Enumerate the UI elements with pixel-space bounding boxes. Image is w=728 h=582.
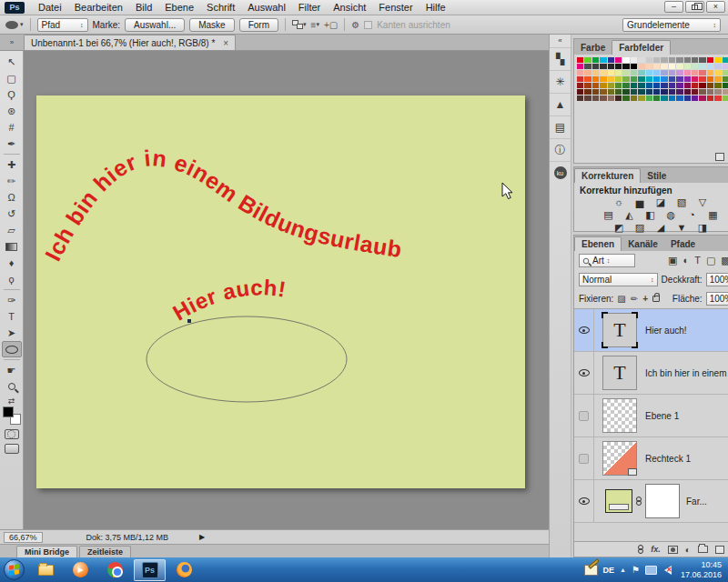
eyedropper-tool-icon[interactable]: ✒ <box>2 135 22 152</box>
taskbar-photoshop-button[interactable]: Ps <box>134 559 166 581</box>
color-swatch[interactable] <box>714 64 721 69</box>
language-indicator[interactable]: DE <box>603 566 615 575</box>
color-swatch[interactable] <box>615 70 622 75</box>
color-swatch[interactable] <box>622 64 629 69</box>
eraser-tool-icon[interactable]: ▱ <box>2 222 22 238</box>
color-swatch[interactable] <box>699 57 705 63</box>
color-swatch[interactable] <box>723 83 728 88</box>
menu-fenster[interactable]: Fenster <box>372 2 419 13</box>
layers-tab-kanäle[interactable]: Kanäle <box>622 237 664 251</box>
color-swatch[interactable] <box>692 83 698 88</box>
color-swatch[interactable] <box>661 57 667 63</box>
color-swatch[interactable] <box>577 83 583 88</box>
color-swatch[interactable] <box>600 76 606 82</box>
color-swatch[interactable] <box>592 89 599 95</box>
path-arrangement-icon[interactable]: +▢ <box>324 20 338 30</box>
color-swatch[interactable] <box>661 76 667 82</box>
pen-tool-icon[interactable]: ✑ <box>2 292 22 308</box>
vibrance-icon[interactable]: ▽ <box>695 196 710 208</box>
color-swatch[interactable] <box>638 89 644 95</box>
layer-row[interactable]: Rechteck 1 <box>574 437 728 480</box>
move-tool-icon[interactable]: ↖ <box>2 54 22 70</box>
color-swatch[interactable] <box>608 83 614 88</box>
color-swatch[interactable] <box>608 76 614 82</box>
color-swatch[interactable] <box>653 57 660 63</box>
opacity-field[interactable]: 100% ▾ <box>706 273 728 286</box>
visibility-well[interactable] <box>574 352 594 394</box>
color-swatch[interactable] <box>577 70 583 75</box>
blur-tool-icon[interactable]: ♦ <box>2 255 22 271</box>
color-swatch[interactable] <box>622 89 629 95</box>
color-swatch[interactable] <box>707 76 713 82</box>
color-swatch[interactable] <box>646 64 652 69</box>
filter-adjustment-layers-icon[interactable]: ◐ <box>683 256 690 266</box>
histogram-icon[interactable]: ▲ <box>550 93 571 115</box>
color-swatch[interactable] <box>684 83 691 88</box>
color-swatch[interactable] <box>638 83 644 88</box>
color-swatch[interactable] <box>669 57 675 63</box>
color-swatch[interactable] <box>684 76 691 82</box>
color-swatch[interactable] <box>631 57 637 63</box>
history-brush-tool-icon[interactable]: ↺ <box>2 206 22 222</box>
color-swatch[interactable] <box>638 76 644 82</box>
color-swatch[interactable] <box>684 95 691 101</box>
color-swatch[interactable] <box>653 76 660 82</box>
color-swatch[interactable] <box>622 70 629 75</box>
color-swatch[interactable] <box>676 76 682 82</box>
black-white-icon[interactable]: ◧ <box>642 209 657 221</box>
color-swatch[interactable] <box>646 70 652 75</box>
color-swatch[interactable] <box>714 83 721 88</box>
color-swatch[interactable] <box>646 89 652 95</box>
tool-presets-icon[interactable]: ▤ <box>550 115 571 138</box>
color-swatch[interactable] <box>631 70 637 75</box>
color-swatch[interactable] <box>669 95 675 101</box>
color-swatch[interactable] <box>592 64 599 69</box>
type-tool-icon[interactable]: T <box>2 308 22 325</box>
menu-datei[interactable]: Datei <box>32 2 68 13</box>
color-swatch[interactable] <box>699 76 705 82</box>
color-swatch[interactable] <box>707 57 713 63</box>
color-swatch[interactable] <box>692 76 698 82</box>
color-swatch[interactable] <box>600 95 606 101</box>
color-swatch[interactable] <box>669 89 675 95</box>
layers-tab-pfade[interactable]: Pfade <box>664 237 702 251</box>
layers-tab-ebenen[interactable]: Ebenen <box>574 236 622 251</box>
color-swatch[interactable] <box>707 89 713 95</box>
swap-colors-icon[interactable]: ⇄ <box>8 396 15 406</box>
levels-icon[interactable]: ▅ <box>632 196 647 208</box>
color-swatch[interactable] <box>692 64 698 69</box>
color-swatch[interactable] <box>622 76 629 82</box>
link-layers-icon[interactable] <box>638 545 643 554</box>
gear-icon[interactable]: ⚙ <box>351 20 359 30</box>
color-swatch[interactable] <box>723 64 728 69</box>
path-alignment-icon[interactable]: ≡▾ <box>311 20 319 30</box>
menu-ebene[interactable]: Ebene <box>158 2 200 13</box>
foreground-color-swatch[interactable] <box>3 406 14 417</box>
status-menu-icon[interactable]: ▶ <box>199 533 205 541</box>
color-swatch[interactable] <box>653 70 660 75</box>
layer-mask-thumbnail[interactable] <box>645 484 680 518</box>
color-swatch[interactable] <box>714 57 721 63</box>
color-swatch[interactable] <box>684 64 691 69</box>
color-swatch[interactable] <box>622 83 629 88</box>
color-swatch[interactable] <box>661 64 667 69</box>
tab-close-icon[interactable]: × <box>223 38 228 48</box>
gradient-tool-icon[interactable] <box>2 238 22 255</box>
document-canvas[interactable]: Ich bin hier in einem Bildungsurlaub Hie… <box>36 95 525 488</box>
swatches-tab-farbe[interactable]: Farbe <box>574 41 612 55</box>
new-group-icon[interactable] <box>698 546 708 553</box>
path-selection-tool-icon[interactable]: ➤ <box>2 325 22 341</box>
posterize-icon[interactable]: ▨ <box>632 222 647 234</box>
color-swatch[interactable] <box>584 76 591 82</box>
lock-position-icon[interactable]: + <box>642 294 648 304</box>
color-swatch[interactable] <box>646 76 652 82</box>
color-swatch[interactable] <box>653 95 660 101</box>
channel-mixer-icon[interactable]: ◔ <box>684 209 699 221</box>
color-swatch[interactable] <box>676 70 682 75</box>
color-swatch[interactable] <box>600 57 606 63</box>
bottom-tab-mini-bridge[interactable]: Mini Bridge <box>16 546 77 557</box>
sticky-note-icon[interactable] <box>584 565 598 576</box>
rect-marquee-tool-icon[interactable]: ▢ <box>2 70 22 86</box>
exposure-icon[interactable]: ▧ <box>674 196 689 208</box>
color-swatch[interactable] <box>584 95 591 101</box>
